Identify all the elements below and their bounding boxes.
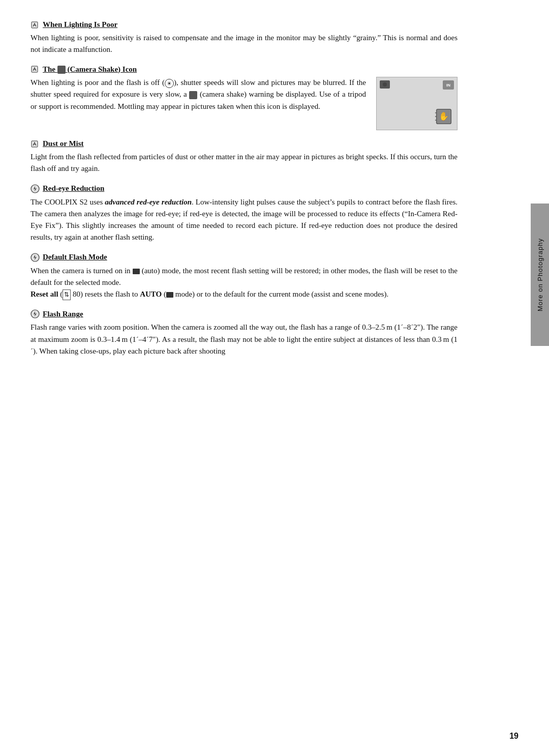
section-flash-range: Flash Range Flash range varies with zoom… <box>30 309 458 357</box>
page-content: When Lighting Is Poor When lighting is p… <box>0 0 498 397</box>
section-dust-mist: Dust or Mist Light from the flash reflec… <box>30 139 458 175</box>
flash-icon-default <box>30 253 40 262</box>
side-tab: More on Photography <box>531 203 549 346</box>
section-default-flash: Default Flash Mode When the camera is tu… <box>30 253 458 301</box>
camera-shake-body: When lighting is poor and the flash is o… <box>30 77 366 112</box>
auto-label: AUTO <box>140 290 162 298</box>
camera-display-image: IN ✋ <box>376 77 458 130</box>
heading-camera-shake-text: The (Camera Shake) Icon <box>43 65 137 74</box>
body-red-eye: The COOLPIX S2 uses advanced red-eye red… <box>30 196 458 244</box>
heading-when-lighting: When Lighting Is Poor <box>30 20 458 29</box>
heading-camera-shake: The (Camera Shake) Icon <box>30 65 458 74</box>
heading-default-flash-text: Default Flash Mode <box>43 253 107 261</box>
camera-small-icon <box>380 80 390 89</box>
side-tab-text: More on Photography <box>536 238 544 311</box>
body-default-flash: When the camera is turned on in (auto) m… <box>30 265 458 301</box>
body-when-lighting: When lighting is poor, sensitivity is ra… <box>30 32 458 56</box>
heading-red-eye: Red-eye Reduction <box>30 184 458 193</box>
flash-icon-red-eye <box>30 184 40 193</box>
pencil-icon-3 <box>30 140 39 148</box>
body-dust-mist: Light from the flash reflected from part… <box>30 151 458 175</box>
reset-all-label: Reset all <box>30 290 58 298</box>
body-flash-range: Flash range varies with zoom position. W… <box>30 322 458 357</box>
section-camera-shake: The (Camera Shake) Icon When lighting is… <box>30 65 458 131</box>
heading-dust-mist-text: Dust or Mist <box>43 139 84 148</box>
heading-red-eye-text: Red-eye Reduction <box>43 184 104 193</box>
heading-when-lighting-text: When Lighting Is Poor <box>43 20 117 29</box>
heading-dust-mist: Dust or Mist <box>30 139 458 148</box>
hand-shake-svg: ✋ <box>435 107 453 126</box>
camera-shake-layout: When lighting is poor and the flash is o… <box>30 77 458 130</box>
pencil-icon <box>30 21 39 29</box>
section-when-lighting: When Lighting Is Poor When lighting is p… <box>30 20 458 56</box>
heading-flash-range-text: Flash Range <box>43 310 83 318</box>
flash-icon-range <box>30 309 40 318</box>
section-red-eye: Red-eye Reduction The COOLPIX S2 uses ad… <box>30 184 458 244</box>
page-number: 19 <box>509 732 518 741</box>
red-eye-bold-italic: advanced red-eye reduction <box>105 198 192 206</box>
memory-card-icon: IN <box>443 80 454 90</box>
heading-default-flash: Default Flash Mode <box>30 253 458 262</box>
svg-text:✋: ✋ <box>439 111 449 122</box>
heading-flash-range: Flash Range <box>30 309 458 318</box>
pencil-icon-2 <box>30 65 39 73</box>
